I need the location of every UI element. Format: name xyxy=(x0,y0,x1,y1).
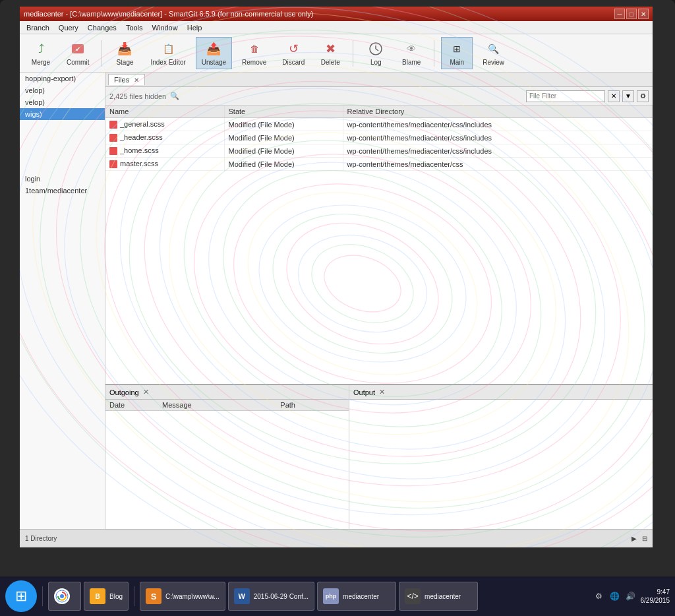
blame-icon: 👁 xyxy=(403,40,420,57)
output-tab-bar: Output ✕ xyxy=(349,385,653,400)
taskbar-code[interactable]: </> mediacenter xyxy=(399,582,478,611)
menu-branch[interactable]: Branch xyxy=(22,22,53,33)
start-button[interactable]: ⊞ xyxy=(5,580,37,612)
screen: mediacenter - [C:\wamp\www\mediacenter] … xyxy=(20,7,653,547)
file-state: Modified (File Mode) xyxy=(224,118,343,131)
window-controls: ─ □ ✕ xyxy=(614,9,649,19)
network-tray-icon[interactable]: 🌐 xyxy=(609,590,621,602)
file-directory: wp-content/themes/mediacenter/css/includ… xyxy=(343,131,653,144)
table-row[interactable]: _general.scss Modified (File Mode) wp-co… xyxy=(105,118,653,131)
files-list: Name State Relative Directory _general.s… xyxy=(105,106,653,171)
taskbar-word-label: 2015-06-29 Conf... xyxy=(254,593,308,600)
file-directory: wp-content/themes/mediacenter/css/includ… xyxy=(343,144,653,158)
delete-icon: ✖ xyxy=(322,40,339,57)
table-row[interactable]: master.scss Modified (File Mode) wp-cont… xyxy=(105,158,653,171)
file-icon xyxy=(109,160,117,168)
col-state[interactable]: State xyxy=(224,106,343,118)
file-icon xyxy=(109,134,117,142)
main-view-button[interactable]: ⊞ Main xyxy=(441,37,473,69)
table-row[interactable]: _header.scss Modified (File Mode) wp-con… xyxy=(105,131,653,144)
outgoing-col-path[interactable]: Path xyxy=(276,400,349,411)
file-directory: wp-content/themes/mediacenter/css/includ… xyxy=(343,118,653,131)
sublime-icon: S xyxy=(146,588,161,604)
php-icon: php xyxy=(323,588,339,604)
sidebar-item-2[interactable]: velop) xyxy=(20,96,105,108)
menu-changes[interactable]: Changes xyxy=(84,22,121,33)
menu-bar: Branch Query Changes Tools Window Help xyxy=(20,21,653,34)
review-button[interactable]: 🔍 Review xyxy=(477,37,510,69)
menu-help[interactable]: Help xyxy=(183,22,206,33)
output-tab[interactable]: Output xyxy=(353,388,375,396)
merge-button[interactable]: ⤴ Merge xyxy=(25,37,57,69)
table-row[interactable]: _home.scss Modified (File Mode) wp-conte… xyxy=(105,144,653,158)
col-name[interactable]: Name xyxy=(105,106,224,118)
sidebar-item-0[interactable]: hopping-export) xyxy=(20,73,105,84)
outgoing-content: Date Message Path xyxy=(105,400,349,529)
code-icon: </> xyxy=(405,588,421,604)
outgoing-col-date[interactable]: Date xyxy=(105,400,158,411)
col-directory[interactable]: Relative Directory xyxy=(343,106,653,118)
taskbar-php[interactable]: php mediacenter xyxy=(317,582,396,611)
files-panel: Files ✕ 2,425 files hidden 🔍 ✕ ▼ ⚙ xyxy=(105,73,653,384)
menu-query[interactable]: Query xyxy=(55,22,82,33)
main-view-icon: ⊞ xyxy=(448,40,465,57)
system-clock: 9:47 6/29/2015 xyxy=(641,588,670,605)
sidebar-item-login[interactable]: login xyxy=(20,173,105,185)
discard-button[interactable]: ↺ Discard xyxy=(276,37,310,69)
stage-icon: 📥 xyxy=(116,40,133,57)
close-button[interactable]: ✕ xyxy=(638,9,649,19)
file-name: _header.scss xyxy=(105,131,224,144)
taskbar-word[interactable]: W 2015-06-29 Conf... xyxy=(228,582,314,611)
bottom-area: Outgoing ✕ Date Message Path xyxy=(105,384,653,529)
clock-time: 9:47 xyxy=(641,588,670,596)
output-tab-close[interactable]: ✕ xyxy=(379,388,385,396)
status-bar: 1 Directory ▶ ⊟ xyxy=(20,529,653,547)
log-button[interactable]: Log xyxy=(360,37,392,69)
outgoing-col-message[interactable]: Message xyxy=(158,400,276,411)
file-state: Modified (File Mode) xyxy=(224,131,343,144)
blame-button[interactable]: 👁 Blame xyxy=(396,37,427,69)
sidebar-item-repo[interactable]: 1team/mediacenter xyxy=(20,185,105,197)
view-options-button[interactable]: ⚙ xyxy=(637,90,649,102)
toolbar-separator-3 xyxy=(434,40,434,67)
delete-button[interactable]: ✖ Delete xyxy=(314,37,346,69)
clock-date: 6/29/2015 xyxy=(641,596,670,605)
menu-window[interactable]: Window xyxy=(148,22,182,33)
commit-icon: ✔ xyxy=(69,40,86,57)
hidden-count: 2,425 files hidden xyxy=(109,92,166,100)
taskbar-sublime[interactable]: S C:\wamp\www\w... xyxy=(140,582,225,611)
status-icon-2: ⊟ xyxy=(642,535,647,542)
filter-options-button[interactable]: ▼ xyxy=(622,90,634,102)
stage-button[interactable]: 📥 Stage xyxy=(109,37,140,69)
sidebar-item-3[interactable]: wigs) xyxy=(20,108,105,120)
sidebar-item-1[interactable]: velop) xyxy=(20,84,105,96)
index-editor-icon: 📋 xyxy=(160,40,177,57)
unstage-button[interactable]: 📤 Unstage xyxy=(196,37,232,69)
menu-tools[interactable]: Tools xyxy=(122,22,147,33)
filter-clear-button[interactable]: ✕ xyxy=(608,90,620,102)
chrome-icon xyxy=(54,588,70,604)
commit-button[interactable]: ✔ Commit xyxy=(61,37,95,69)
index-editor-button[interactable]: 📋 Index Editor xyxy=(144,37,191,69)
content-area: Files ✕ 2,425 files hidden 🔍 ✕ ▼ ⚙ xyxy=(105,73,653,529)
minimize-button[interactable]: ─ xyxy=(614,9,625,19)
remove-button[interactable]: 🗑 Remove xyxy=(236,37,272,69)
taskbar-blog[interactable]: B Blog xyxy=(84,582,129,611)
file-directory: wp-content/themes/mediacenter/css xyxy=(343,158,653,171)
files-tab-bar: Files ✕ xyxy=(105,73,653,87)
file-filter-input[interactable] xyxy=(526,90,605,102)
taskbar-chrome[interactable] xyxy=(48,582,81,611)
files-tab[interactable]: Files ✕ xyxy=(108,74,145,85)
status-icon-1: ▶ xyxy=(631,535,637,542)
settings-tray-icon[interactable]: ⚙ xyxy=(593,590,605,602)
taskbar-code-label: mediacenter xyxy=(425,593,461,600)
outgoing-tab[interactable]: Outgoing xyxy=(109,388,139,396)
outgoing-tab-close[interactable]: ✕ xyxy=(143,388,149,396)
files-tab-close[interactable]: ✕ xyxy=(134,77,139,84)
volume-tray-icon[interactable]: 🔊 xyxy=(625,590,637,602)
file-state: Modified (File Mode) xyxy=(224,144,343,158)
svg-point-34 xyxy=(60,594,64,598)
unstage-icon: 📤 xyxy=(205,40,222,57)
taskbar-sep-1 xyxy=(42,586,43,606)
maximize-button[interactable]: □ xyxy=(626,9,637,19)
